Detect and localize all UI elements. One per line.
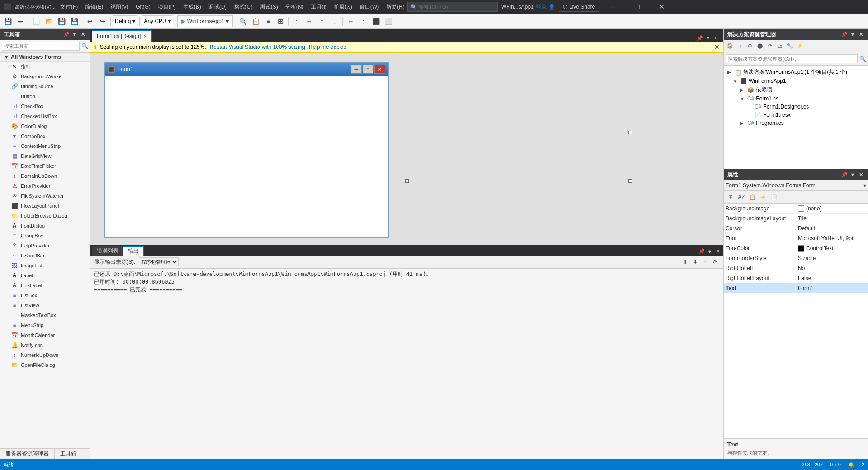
prop-btn-categorized[interactable]: ⊞ [726, 192, 736, 202]
toolbar-btn-open[interactable]: 📂 [43, 15, 55, 27]
output-btn-4[interactable]: ⟳ [711, 257, 720, 266]
solution-btn-refresh[interactable]: ⟳ [765, 42, 774, 51]
toolbox-item-datetimepicker[interactable]: 📅 DateTimePicker [0, 161, 90, 171]
toolbox-item-menustrip[interactable]: ≡ MenuStrip [0, 320, 90, 330]
window-menu[interactable]: 窗口(W) [357, 3, 382, 11]
toolbar-btn-undo[interactable]: ↩ [84, 15, 96, 27]
toolbox-item-monthcalendar[interactable]: 📅 MonthCalendar [0, 330, 90, 340]
toolbox-item-folderbrowserdialog[interactable]: 📁 FolderBrowserDialog [0, 211, 90, 221]
login-label[interactable]: 登录 [536, 3, 547, 11]
format-menu[interactable]: 格式(O) [231, 3, 255, 11]
toolbox-item-listbox[interactable]: ≡ ListBox [0, 290, 90, 300]
design-tab-close[interactable]: ✕ [143, 34, 147, 39]
form1resx-node[interactable]: ▶ 📄 Form1.resx [726, 111, 866, 119]
properties-close-button[interactable]: ✕ [857, 171, 864, 178]
toolbar-btn-saveall[interactable]: 💾 [68, 15, 80, 27]
minimize-button[interactable]: ─ [603, 0, 623, 14]
output-btn-1[interactable]: ⬆ [681, 257, 690, 266]
debug-menu[interactable]: 调试(D) [206, 3, 230, 11]
toolbar-btn-search[interactable]: 🔍 [237, 15, 249, 27]
toolbox-item-backgroundworker[interactable]: ⚙ BackgroundWorker [0, 71, 90, 81]
toolbox-item-groupbox[interactable]: □ GroupBox [0, 231, 90, 241]
save-options-menu[interactable]: 高级保存选项(V)... [15, 4, 56, 10]
user-info[interactable]: WFin...sApp1 登录 👤 [501, 3, 555, 11]
output-source-select[interactable]: 程序包管理器 [139, 257, 179, 266]
solution-pin-button[interactable]: 📌 [841, 31, 848, 38]
prop-row-backgroundimage[interactable]: BackgroundImage (none) [724, 204, 868, 214]
toolbox-item-fontdialog[interactable]: A FontDialog [0, 221, 90, 231]
toolbox-item-combobox[interactable]: ▼ ComboBox [0, 131, 90, 141]
toolbar-btn-save[interactable]: 💾 [56, 15, 67, 27]
solution-search-input[interactable] [726, 54, 858, 63]
resize-handle-bottom-center[interactable] [405, 179, 409, 183]
close-button[interactable]: ✕ [651, 0, 672, 14]
toolbox-search-input[interactable] [2, 42, 80, 51]
notification-link-help[interactable]: Help me decide [309, 44, 346, 50]
output-menu-button[interactable]: ▼ [706, 248, 713, 255]
toolbar-btn-misc5[interactable]: ↔ [344, 15, 356, 27]
form-window[interactable]: ⬛ Form1 ─ □ ✕ [104, 62, 389, 238]
prop-row-font[interactable]: Font Microsoft YaHei UI, 9pt [724, 233, 868, 243]
error-list-tab[interactable]: 错误列表 [92, 246, 123, 256]
prop-row-formborderstyle[interactable]: FormBorderStyle Sizable [724, 253, 868, 263]
design-tab-active[interactable]: Form1.cs [Design] ✕ [92, 30, 152, 42]
toolbox-item-notifyicon[interactable]: 🔔 NotifyIcon [0, 340, 90, 350]
git-menu[interactable]: Git(G) [133, 4, 153, 10]
dependencies-node[interactable]: ▶ 📦 依赖项 [726, 85, 866, 95]
analyze-menu[interactable]: 分析(N) [283, 3, 307, 11]
notification-link-restart[interactable]: Restart Visual Studio with 100% scaling [210, 44, 305, 50]
solution-btn-settings[interactable]: ⚙ [745, 42, 755, 51]
edit-menu[interactable]: 编辑(E) [82, 3, 106, 11]
prop-row-righttoleft[interactable]: RightToLeft No [724, 263, 868, 273]
properties-dropdown-arrow[interactable]: ▾ [863, 182, 866, 189]
toolbox-item-colordialog[interactable]: 🎨 ColorDialog [0, 121, 90, 131]
tab-bar-close-all[interactable]: ✕ [712, 34, 720, 42]
project-node[interactable]: ▼ ⬛ WinFormsApp1 [726, 77, 866, 85]
toolbox-category-all-windows-forms[interactable]: ▼ All Windows Forms [0, 53, 90, 62]
toolbox-item-contextmenustrip[interactable]: ≡ ContextMenuStrip [0, 141, 90, 151]
toolbar-btn-new[interactable]: 📄 [30, 15, 42, 27]
toolbox-item-listview[interactable]: ≡ ListView [0, 300, 90, 310]
toolbar-btn-center[interactable]: ⊞ [275, 15, 287, 27]
toolbox-item-domainupdown[interactable]: ↕ DomainUpDown [0, 171, 90, 181]
global-search-box[interactable]: 🔍 [407, 2, 498, 12]
toolbar-btn-copy[interactable]: 📋 [250, 15, 261, 27]
solution-close-button[interactable]: ✕ [857, 31, 864, 38]
prop-btn-proppage[interactable]: 📄 [769, 192, 779, 202]
output-pin-button[interactable]: 📌 [698, 248, 705, 255]
debug-config-dropdown[interactable]: Debug ▾ [113, 15, 137, 27]
properties-menu-button[interactable]: ▼ [849, 171, 856, 178]
toolbox-item-pointer[interactable]: ↖ 指针 [0, 62, 90, 71]
tab-bar-pin[interactable]: 📌 [696, 34, 703, 42]
form-minimize-button[interactable]: ─ [351, 65, 362, 74]
prop-row-forecolor[interactable]: ForeColor ControlText [724, 243, 868, 253]
prop-row-cursor[interactable]: Cursor Default [724, 223, 868, 233]
test-menu[interactable]: 测试(S) [257, 3, 281, 11]
extensions-menu[interactable]: 扩展(X) [331, 3, 355, 11]
output-tab-active[interactable]: 输出 [123, 246, 144, 256]
toolbox-item-filesystemwatcher[interactable]: 👁 FileSystemWatcher [0, 191, 90, 201]
prop-row-backgroundimagelayout[interactable]: BackgroundImageLayout Tile [724, 214, 868, 223]
toolbox-item-label[interactable]: A Label [0, 271, 90, 280]
solution-btn-wrench[interactable]: ⚡ [795, 42, 804, 51]
toolbox-item-bindingsource[interactable]: 🔗 BindingSource [0, 81, 90, 91]
view-menu[interactable]: 视图(V) [108, 3, 131, 11]
toolbox-item-helpprovider[interactable]: ? HelpProvider [0, 241, 90, 251]
build-menu[interactable]: 生成(B) [180, 3, 204, 11]
form1cs-node[interactable]: ▼ C# Form1.cs [726, 95, 866, 103]
toolbox-item-checkedlistbox[interactable]: ☑ CheckedListBox [0, 111, 90, 121]
toolbar-btn-misc2[interactable]: ↔ [303, 15, 315, 27]
toolbox-tab-active[interactable]: 工具箱 [55, 449, 82, 459]
toolbox-item-button[interactable]: □ Button [0, 91, 90, 101]
prop-row-righttoleftlayout[interactable]: RightToLeftLayout False [724, 273, 868, 283]
properties-pin-button[interactable]: 📌 [841, 171, 848, 178]
toolbox-item-imagelist[interactable]: 🖼 ImageList [0, 261, 90, 271]
prop-row-text[interactable]: Text Form1 [724, 283, 868, 293]
prop-btn-properties[interactable]: 📋 [747, 192, 757, 202]
tab-bar-menu[interactable]: ▼ [704, 34, 712, 42]
resize-handle-right-center[interactable] [628, 131, 632, 134]
file-menu[interactable]: 文件(F) [57, 3, 80, 11]
toolbox-item-linklabel[interactable]: A LinkLabel [0, 280, 90, 290]
solution-menu-button[interactable]: ▼ [849, 31, 856, 38]
solution-btn-show-all[interactable]: 🗂 [775, 42, 784, 51]
